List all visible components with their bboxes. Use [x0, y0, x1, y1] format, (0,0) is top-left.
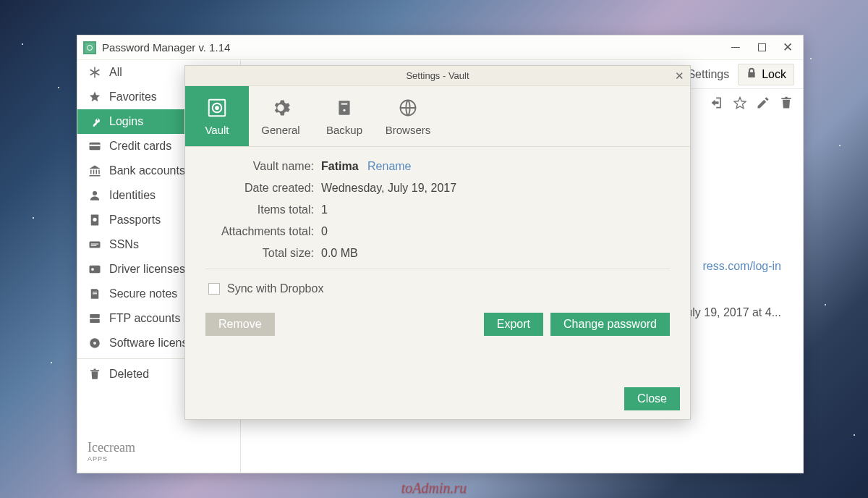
field-date-created: Date created: Wednesday, July 19, 2017 — [205, 182, 670, 195]
sidebar-item-label: Driver licenses — [109, 263, 185, 276]
tab-general[interactable]: General — [249, 86, 312, 146]
svg-rect-19 — [339, 101, 349, 115]
tab-label: General — [261, 124, 299, 136]
sidebar-item-label: SSNs — [109, 238, 139, 251]
delete-icon[interactable] — [778, 95, 794, 111]
sidebar-item-label: Bank accounts — [109, 164, 185, 177]
field-attachments-total: Attachments total: 0 — [205, 225, 670, 238]
ssn-icon — [88, 237, 102, 252]
vault-icon — [205, 96, 229, 119]
edit-icon[interactable] — [755, 95, 771, 111]
field-value: 1 — [321, 203, 328, 216]
remove-button[interactable]: Remove — [205, 313, 275, 336]
maximize-button[interactable] — [757, 43, 767, 53]
lock-button[interactable]: Lock — [738, 64, 794, 85]
svg-point-21 — [343, 109, 345, 111]
modal-button-row: Remove Export Change password — [205, 313, 670, 336]
detail-actions — [709, 95, 794, 111]
disc-icon — [88, 336, 102, 350]
field-label: Attachments total: — [205, 225, 321, 238]
brand-logo: Icecream APPS — [77, 433, 240, 473]
modal-close-button[interactable]: ✕ — [675, 69, 684, 83]
window-controls: ✕ — [731, 43, 797, 53]
detail-url-fragment: ress.com/log-in — [703, 260, 781, 273]
field-items-total: Items total: 1 — [205, 203, 670, 216]
tab-vault[interactable]: Vault — [185, 86, 249, 146]
svg-rect-6 — [91, 244, 99, 245]
field-label: Total size: — [205, 247, 321, 260]
lock-icon — [746, 67, 757, 82]
field-vault-name: Vault name: Fatima Rename — [205, 160, 670, 173]
field-label: Date created: — [205, 182, 321, 195]
globe-icon — [396, 96, 420, 119]
note-icon — [88, 287, 102, 301]
backup-icon — [333, 96, 356, 119]
svg-rect-20 — [341, 104, 348, 105]
field-label: Items total: — [205, 203, 321, 216]
svg-rect-10 — [93, 292, 97, 292]
tab-label: Browsers — [386, 124, 431, 136]
license-icon — [88, 262, 102, 277]
field-value: 0.0 MB — [321, 247, 358, 260]
tab-label: Backup — [326, 124, 362, 136]
svg-point-9 — [91, 268, 94, 271]
checkbox-icon[interactable] — [208, 283, 220, 295]
svg-rect-13 — [90, 319, 100, 323]
field-total-size: Total size: 0.0 MB — [205, 247, 670, 260]
modal-tabs: Vault General Backup Browsers — [185, 86, 690, 147]
modal-title: Settings - Vault — [406, 70, 469, 81]
svg-rect-5 — [90, 242, 101, 248]
maximize-icon — [758, 43, 766, 51]
card-icon — [88, 139, 102, 153]
trash-icon — [88, 367, 102, 381]
brand-name: Icecream — [88, 440, 135, 455]
sidebar-item-label: FTP accounts — [109, 312, 180, 325]
login-icon[interactable] — [709, 95, 725, 111]
sync-label: Sync with Dropbox — [227, 282, 323, 295]
server-icon — [88, 311, 102, 326]
favorite-icon[interactable] — [732, 95, 748, 111]
rename-link[interactable]: Rename — [367, 160, 411, 172]
app-icon — [83, 41, 96, 54]
lock-label: Lock — [762, 68, 786, 81]
sidebar-item-label: All — [109, 66, 122, 79]
svg-rect-1 — [90, 145, 101, 146]
modal-body: Vault name: Fatima Rename Date created: … — [185, 147, 690, 349]
tab-browsers[interactable]: Browsers — [376, 86, 440, 146]
sync-dropbox-row[interactable]: Sync with Dropbox — [208, 282, 670, 295]
gear-icon — [269, 96, 292, 119]
field-value: 0 — [321, 225, 328, 238]
settings-modal: Settings - Vault ✕ Vault General Backup … — [184, 65, 691, 420]
sidebar-item-label: Credit cards — [109, 140, 171, 153]
asterisk-icon — [88, 65, 102, 80]
sidebar-item-label: Passports — [109, 214, 161, 227]
svg-point-2 — [93, 191, 97, 195]
svg-rect-8 — [90, 266, 101, 274]
titlebar[interactable]: Password Manager v. 1.14 ✕ — [77, 35, 803, 60]
bank-icon — [88, 164, 102, 178]
vault-name-value: Fatima — [321, 160, 359, 172]
change-password-button[interactable]: Change password — [550, 313, 670, 336]
svg-rect-7 — [91, 245, 97, 246]
settings-label: Settings — [687, 68, 729, 81]
field-value: Fatima Rename — [321, 160, 412, 173]
window-title: Password Manager v. 1.14 — [102, 41, 230, 54]
close-button[interactable]: Close — [624, 387, 680, 410]
modal-titlebar[interactable]: Settings - Vault ✕ — [185, 66, 690, 86]
sidebar-item-label: Favorites — [109, 90, 157, 104]
minimize-button[interactable] — [731, 43, 741, 53]
svg-point-4 — [93, 218, 96, 221]
separator — [205, 269, 670, 269]
modal-footer: Close — [624, 387, 680, 410]
tab-label: Vault — [205, 124, 229, 136]
svg-point-18 — [216, 106, 218, 109]
field-value: Wednesday, July 19, 2017 — [321, 182, 456, 195]
svg-rect-12 — [90, 314, 100, 318]
sidebar-item-label: Identities — [109, 189, 156, 202]
minimize-icon — [731, 47, 740, 48]
tab-backup[interactable]: Backup — [312, 86, 376, 146]
field-label: Vault name: — [205, 160, 321, 173]
export-button[interactable]: Export — [484, 313, 543, 336]
sidebar-item-label: Logins — [109, 115, 143, 128]
close-button[interactable]: ✕ — [783, 43, 793, 53]
